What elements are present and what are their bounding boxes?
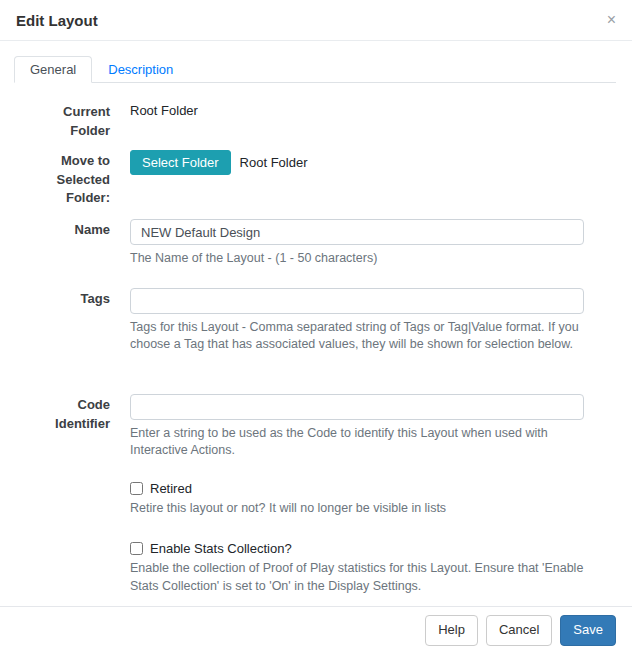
select-folder-button[interactable]: Select Folder: [130, 150, 231, 175]
selected-folder-value: Root Folder: [240, 155, 308, 170]
dialog-header: Edit Layout ×: [0, 0, 632, 41]
help-button[interactable]: Help: [425, 615, 478, 645]
stats-collection-row: Enable Stats Collection? Enable the coll…: [14, 541, 616, 595]
dialog-body: General Description Current Folder Root …: [0, 41, 632, 606]
name-help-text: The Name of the Layout - (1 - 50 charact…: [130, 250, 584, 268]
tags-label: Tags: [81, 290, 110, 309]
code-identifier-input[interactable]: [130, 394, 584, 420]
current-folder-row: Current Folder Root Folder: [14, 101, 616, 141]
dialog-footer: Help Cancel Save: [0, 606, 632, 654]
retired-label: Retired: [150, 481, 192, 496]
retired-checkbox[interactable]: [130, 482, 143, 495]
tags-row: Tags Tags for this Layout - Comma separa…: [14, 288, 616, 354]
move-folder-row: Move to Selected Folder: Select FolderRo…: [14, 150, 616, 209]
cancel-button[interactable]: Cancel: [486, 615, 552, 645]
code-identifier-help-text: Enter a string to be used as the Code to…: [130, 425, 584, 460]
name-label: Name: [75, 221, 110, 240]
tab-general[interactable]: General: [14, 56, 92, 83]
tags-help-text: Tags for this Layout - Comma separated s…: [130, 319, 584, 354]
code-identifier-label: Code Identifier: [30, 396, 110, 434]
current-folder-label: Current Folder: [30, 103, 110, 141]
retired-help-text: Retire this layout or not? It will no lo…: [130, 500, 584, 518]
move-folder-label: Move to Selected Folder:: [30, 152, 110, 209]
enable-stats-help-text: Enable the collection of Proof of Play s…: [130, 560, 584, 595]
code-identifier-row: Code Identifier Enter a string to be use…: [14, 394, 616, 460]
name-input[interactable]: [130, 219, 584, 245]
tab-bar: General Description: [14, 56, 616, 83]
current-folder-value: Root Folder: [130, 101, 584, 118]
tab-description[interactable]: Description: [92, 56, 189, 83]
name-row: Name The Name of the Layout - (1 - 50 ch…: [14, 219, 616, 268]
edit-layout-form: Current Folder Root Folder Move to Selec…: [14, 101, 616, 595]
save-button[interactable]: Save: [560, 615, 616, 645]
edit-layout-dialog: Edit Layout × General Description Curren…: [0, 0, 632, 654]
dialog-title: Edit Layout: [16, 12, 98, 29]
close-icon[interactable]: ×: [607, 12, 616, 28]
retired-row: Retired Retire this layout or not? It wi…: [14, 481, 616, 518]
enable-stats-checkbox[interactable]: [130, 542, 143, 555]
enable-stats-label: Enable Stats Collection?: [150, 541, 292, 556]
tags-input[interactable]: [130, 288, 584, 314]
